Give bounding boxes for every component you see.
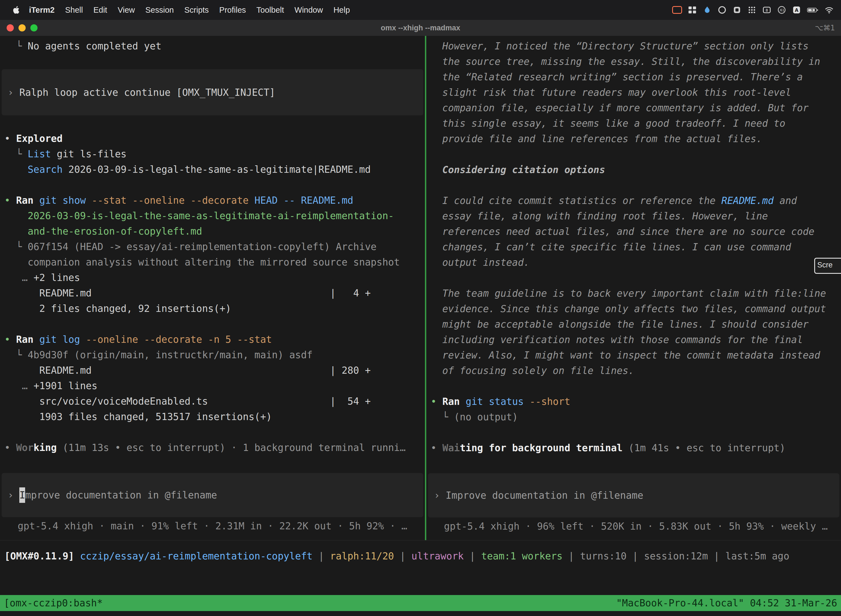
text-segment: |: [627, 551, 644, 562]
text-segment: └: [4, 241, 28, 252]
text-segment: [4, 272, 22, 283]
text-segment: README.md: [721, 195, 774, 206]
menu-shell[interactable]: Shell: [60, 6, 88, 14]
reasoning-line: evidence. Since this change only affects…: [431, 301, 837, 317]
text-segment: |: [464, 551, 481, 562]
apple-menu-icon[interactable]: [8, 5, 24, 15]
text-segment: git status: [466, 396, 524, 407]
text-segment: +2 lines: [34, 272, 80, 283]
text-segment: However, I noticed the “Directory Struct…: [442, 41, 809, 51]
text-segment: output instead.: [442, 257, 529, 268]
terminal-line: • Explored: [4, 131, 420, 146]
text-segment: the “Related research writing” section i…: [442, 72, 803, 82]
terminal-line: and-the-erosion-of-copyleft.md: [4, 224, 420, 239]
menu-profiles[interactable]: Profiles: [214, 6, 251, 14]
text-segment: evidence. Since this change only affects…: [442, 303, 826, 314]
reasoning-line: might be acceptable alongside the file l…: [431, 317, 837, 332]
text-segment: •: [4, 442, 16, 453]
text-segment: last:5m ago: [725, 551, 790, 562]
text-segment: [4, 164, 28, 175]
text-segment: king: [34, 442, 57, 453]
text-segment: (no output): [454, 412, 518, 422]
hotkey-8-icon[interactable]: 8: [762, 4, 771, 15]
menu-bar-menus: iTerm2ShellEditViewSessionScriptsProfile…: [0, 5, 355, 15]
text-segment: └: [4, 349, 28, 361]
text-segment: ting for background terminal: [460, 442, 623, 453]
text-segment: …: [22, 272, 34, 283]
prompt-input[interactable]: › Improve documentation in @filename: [1, 473, 423, 517]
menu-bar: iTerm2ShellEditViewSessionScriptsProfile…: [0, 0, 841, 20]
svg-text:A: A: [795, 7, 799, 13]
text-segment: Ran: [442, 396, 460, 407]
dots-grid-icon[interactable]: [747, 4, 757, 15]
prompt-input[interactable]: › Improve documentation in @filename: [428, 473, 840, 518]
text-segment: Wor: [16, 442, 34, 453]
circle-icon[interactable]: [717, 4, 727, 15]
menu-window[interactable]: Window: [289, 6, 328, 14]
text-segment: this single essay, it seems like a good …: [442, 118, 785, 129]
svg-text:.61: .61: [779, 8, 784, 12]
text-segment: |: [563, 551, 580, 562]
menu-toolbelt[interactable]: Toolbelt: [251, 6, 289, 14]
text-segment: team:1 workers: [481, 551, 563, 562]
text-segment: No agents completed yet: [28, 41, 161, 51]
text-segment: references need actual files, and since …: [442, 226, 815, 237]
tmux-host-time: "MacBook-Pro-44.local" 04:52 31-Mar-26: [616, 597, 837, 609]
text-segment: README.md | 4 +: [4, 287, 371, 299]
reasoning-line: this single essay, it seems like a good …: [431, 116, 837, 131]
terminal-line: 2026-03-09-is-legal-the-same-as-legitima…: [4, 208, 420, 224]
text-segment: companion file, especially if more comme…: [442, 103, 809, 113]
reasoning-line: the “Related research writing” section i…: [431, 69, 837, 85]
input-source-icon[interactable]: A: [792, 4, 801, 15]
text-segment: |: [394, 551, 412, 562]
text-segment: ›: [8, 87, 19, 98]
text-segment: slight risk that future readers may over…: [442, 87, 791, 98]
terminal-line: └ 067f154 (HEAD -> essay/ai-reimplementa…: [4, 239, 420, 254]
text-segment: --oneline --decorate -n 5 --stat: [86, 334, 272, 345]
text-segment: essay file, along with finding root file…: [442, 211, 768, 221]
prompt-chevron: ›: [8, 487, 19, 503]
screen-recording-indicator[interactable]: [672, 4, 682, 15]
text-segment: |: [708, 551, 725, 562]
terminal-line: … +2 lines: [4, 270, 420, 285]
battery-icon[interactable]: [807, 4, 819, 15]
wifi-icon[interactable]: [825, 4, 834, 15]
session-status-line: gpt-5.4 xhigh · main · 91% left · 2.31M …: [4, 518, 420, 534]
terminal-line: 1903 files changed, 513517 insertions(+): [4, 409, 420, 424]
text-segment: [86, 195, 92, 206]
terminal-line: README.md | 4 +: [4, 285, 420, 301]
text-segment: git show: [39, 195, 86, 206]
reasoning-line: output instead.: [431, 255, 837, 270]
text-segment: (1m 41s • esc to interrupt): [623, 442, 785, 453]
menu-iterm2[interactable]: iTerm2: [24, 6, 60, 14]
text-segment: The team guideline is to back every impo…: [442, 288, 826, 299]
gauge-61-icon[interactable]: .61: [777, 4, 786, 15]
right-pane[interactable]: However, I noticed the “Directory Struct…: [426, 36, 841, 540]
terminal-line: 2 files changed, 92 insertions(+): [4, 301, 420, 316]
terminal-line: └ 4b9d30f (origin/main, instructkr/main,…: [4, 347, 420, 363]
reasoning-line: companion file, especially if more comme…: [431, 100, 837, 116]
text-segment: [OMX#0.11.9]: [4, 551, 80, 562]
left-pane[interactable]: └ No agents completed yet› Ralph loop ac…: [0, 36, 425, 540]
tmux-status-bar: [omx-cczip0:bash* "MacBook-Pro-44.local"…: [0, 595, 841, 611]
menu-view[interactable]: View: [112, 6, 140, 14]
text-segment: [4, 226, 28, 237]
grid-icon[interactable]: [687, 4, 697, 15]
reasoning-line: review. Also, I might want to inspect th…: [431, 348, 837, 363]
shortcut-icon[interactable]: [732, 4, 742, 15]
reasoning-line: However, I noticed the “Directory Struct…: [431, 38, 837, 54]
text-segment: 2 files changed, 92 insertions(+): [4, 303, 231, 314]
text-segment: |: [313, 551, 330, 562]
menu-session[interactable]: Session: [140, 6, 179, 14]
menu-scripts[interactable]: Scripts: [179, 6, 214, 14]
menu-edit[interactable]: Edit: [88, 6, 112, 14]
menu-help[interactable]: Help: [328, 6, 355, 14]
reasoning-line: Considering citation options: [431, 162, 837, 177]
text-segment: ralph:11/20: [330, 551, 394, 562]
drop-icon[interactable]: [702, 4, 712, 15]
text-segment: Ran: [16, 195, 34, 206]
text-segment: and-the-erosion-of-copyleft.md: [28, 226, 202, 237]
reasoning-line: changes, I can’t cite specific file line…: [431, 239, 837, 255]
text-segment: might be acceptable alongside the file l…: [442, 319, 809, 330]
text-segment: I could cite commit statistics or refere…: [442, 195, 721, 206]
